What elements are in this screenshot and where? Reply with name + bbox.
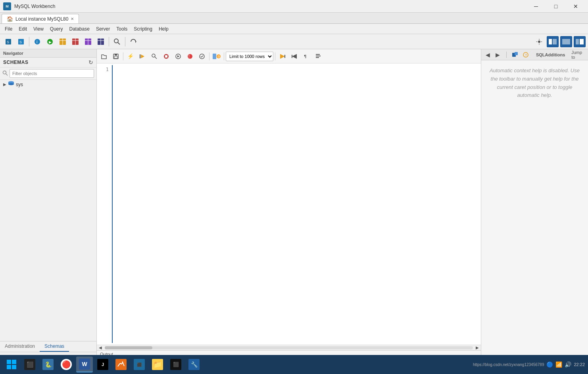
settings-icon[interactable] xyxy=(533,36,545,47)
filter-input[interactable] xyxy=(10,69,94,78)
center-panel: ⚡ ! xyxy=(97,49,481,374)
nav-forward-button[interactable]: ▶ xyxy=(494,51,501,59)
taskbar-explorer[interactable]: 📁 xyxy=(149,357,166,372)
taskbar-terminal2[interactable]: ⬛ xyxy=(167,357,184,372)
svg-marker-53 xyxy=(292,54,297,59)
functions-btn[interactable] xyxy=(95,36,107,47)
menu-database[interactable]: Database xyxy=(66,25,93,33)
scroll-right-icon[interactable]: ▶ xyxy=(475,345,480,350)
tray-volume[interactable]: 🔊 xyxy=(565,361,571,368)
tables-btn[interactable] xyxy=(57,36,69,47)
sidebar: Navigator SCHEMAS ↻ ▶ sys xyxy=(0,49,97,374)
svg-line-21 xyxy=(118,42,120,44)
svg-rect-28 xyxy=(580,39,584,44)
new-table-btn[interactable]: S xyxy=(15,36,27,47)
schema-item-sys[interactable]: ▶ sys xyxy=(0,80,96,89)
connect-btn[interactable]: ▶ xyxy=(44,36,56,47)
layout1-btn[interactable] xyxy=(547,36,559,47)
start-button[interactable] xyxy=(3,357,20,372)
taskbar-mysql[interactable]: ⬛ xyxy=(131,357,148,372)
procedures-btn[interactable] xyxy=(82,36,94,47)
nav-back-button[interactable]: ◀ xyxy=(484,51,491,59)
menu-tools[interactable]: Tools xyxy=(113,25,131,33)
scroll-left-icon[interactable]: ◀ xyxy=(98,345,103,350)
svg-text:?: ? xyxy=(525,53,527,57)
taskbar-terminal[interactable]: ⬛ xyxy=(21,357,38,372)
commit-btn[interactable] xyxy=(196,51,208,62)
svg-line-30 xyxy=(6,73,8,75)
reconnect-btn[interactable] xyxy=(127,36,139,47)
execute-btn[interactable]: ⚡ xyxy=(125,51,136,62)
sql-editor[interactable] xyxy=(112,65,478,343)
execute-selection-btn[interactable] xyxy=(137,51,148,62)
connection-tab[interactable]: 🏠 Local instance MySQL80 ✕ xyxy=(2,14,79,23)
taskbar-idea[interactable]: J xyxy=(94,357,111,372)
run-continue-btn[interactable] xyxy=(173,51,184,62)
layout2-btn[interactable] xyxy=(560,36,572,47)
tab-bar: 🏠 Local instance MySQL80 ✕ xyxy=(0,13,588,24)
search-btn[interactable] xyxy=(111,36,123,47)
schema-name: sys xyxy=(16,82,23,87)
menu-scripting[interactable]: Scripting xyxy=(131,25,156,33)
format-btn[interactable]: ¶ xyxy=(301,51,312,62)
menu-query[interactable]: Query xyxy=(47,25,66,33)
taskbar-chrome[interactable]: 🔴 xyxy=(58,357,75,372)
menu-view[interactable]: View xyxy=(30,25,47,33)
svg-rect-27 xyxy=(576,39,579,44)
taskbar-item9[interactable]: 🔧 xyxy=(186,357,202,372)
app-title: MySQL Workbench xyxy=(14,4,527,9)
svg-marker-51 xyxy=(280,54,285,59)
svg-text:S: S xyxy=(19,40,22,44)
taskbar-python[interactable]: 🐍 xyxy=(40,357,56,372)
menu-file[interactable]: File xyxy=(2,25,15,33)
open-file-btn[interactable] xyxy=(98,51,110,62)
svg-rect-42 xyxy=(165,55,167,58)
tab-close-icon[interactable]: ✕ xyxy=(71,17,74,21)
query-toolbar: ⚡ ! xyxy=(97,49,481,64)
schema-inspect-btn[interactable]: ⚙ xyxy=(211,51,222,62)
sidebar-bottom-tabs: Administration Schemas xyxy=(0,341,96,352)
svg-rect-63 xyxy=(515,52,518,55)
new-schema-btn[interactable]: S xyxy=(2,36,14,47)
import-btn[interactable] xyxy=(289,51,300,62)
export-btn[interactable] xyxy=(277,51,288,62)
schemas-header: SCHEMAS ↻ xyxy=(0,58,96,67)
limit-rows-select[interactable]: Limit to 1000 rows xyxy=(226,52,273,61)
scroll-track[interactable] xyxy=(105,346,473,349)
settings2-btn[interactable] xyxy=(313,51,324,62)
tab-administration[interactable]: Administration xyxy=(0,341,40,352)
svg-rect-56 xyxy=(316,56,321,56)
tray-network[interactable]: 📶 xyxy=(555,361,562,368)
menu-server[interactable]: Server xyxy=(93,25,113,33)
save-query-btn[interactable] xyxy=(110,51,121,62)
jump-to-label: Jump to xyxy=(571,50,585,60)
tab-schemas[interactable]: Schemas xyxy=(40,341,69,352)
svg-text:!: ! xyxy=(188,54,190,59)
help-icon-btn[interactable] xyxy=(511,50,519,59)
horizontal-scrollbar[interactable]: ◀ ▶ xyxy=(97,345,481,350)
schemas-title: SCHEMAS xyxy=(3,60,29,65)
taskbar-word[interactable]: W xyxy=(76,357,93,372)
svg-rect-66 xyxy=(7,360,11,364)
svg-text:⚙: ⚙ xyxy=(217,55,220,58)
minimize-button[interactable]: ─ xyxy=(527,1,545,12)
menu-help[interactable]: Help xyxy=(156,25,172,33)
close-button[interactable]: ✕ xyxy=(567,1,585,12)
maximize-button[interactable]: □ xyxy=(547,1,565,12)
info-btn[interactable]: i xyxy=(31,36,43,47)
svg-text:i: i xyxy=(37,39,37,44)
tray-bluetooth[interactable]: 🔵 xyxy=(546,361,553,368)
stop-btn[interactable] xyxy=(161,51,172,62)
menu-edit[interactable]: Edit xyxy=(15,25,30,33)
rollback-btn[interactable]: ! xyxy=(184,51,196,62)
svg-rect-68 xyxy=(7,365,11,369)
find-btn[interactable] xyxy=(149,51,160,62)
search-icon xyxy=(2,70,8,77)
views-btn[interactable] xyxy=(69,36,81,47)
auto-help-btn[interactable]: ? xyxy=(522,50,530,59)
schemas-refresh-icon[interactable]: ↻ xyxy=(88,59,93,66)
taskbar-matlab[interactable] xyxy=(113,357,129,372)
layout3-btn[interactable] xyxy=(574,36,586,47)
scroll-thumb[interactable] xyxy=(105,346,152,349)
main-content: Navigator SCHEMAS ↻ ▶ sys xyxy=(0,49,588,374)
